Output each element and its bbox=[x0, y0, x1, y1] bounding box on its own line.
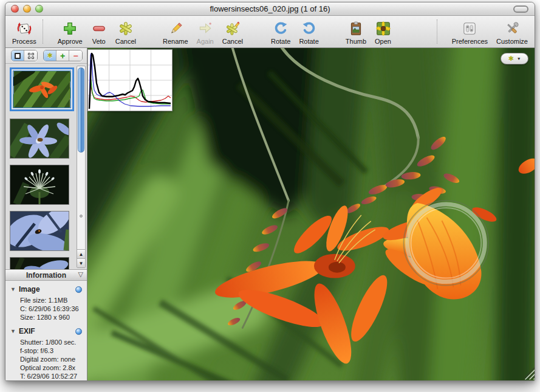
preferences-switches-icon bbox=[462, 19, 477, 38]
cancel-rename-label: Cancel bbox=[222, 38, 243, 46]
tag-cancel-button[interactable]: ✱ bbox=[44, 50, 56, 61]
app-window: flowersinsects06_020.jpg (1 of 16) Proce… bbox=[5, 2, 535, 381]
preferences-button[interactable]: Preferences bbox=[448, 17, 492, 47]
blue-orb-icon[interactable] bbox=[75, 286, 82, 293]
cancel-tag-label: Cancel bbox=[115, 38, 136, 46]
toolbar-spacer bbox=[395, 17, 435, 47]
cancel-rename-asterisk-icon bbox=[225, 19, 241, 38]
rename-pencil-icon bbox=[168, 19, 183, 38]
plus-icon: + bbox=[60, 52, 65, 60]
open-button[interactable]: Open bbox=[371, 17, 395, 47]
thumbnail-blue-agapanthus-bee[interactable] bbox=[10, 119, 69, 159]
thumbnail-agapanthus-bud-spike[interactable] bbox=[10, 165, 69, 205]
created-date-row: C: 6/29/06 16:39:36 bbox=[20, 304, 82, 313]
scroll-up-button[interactable]: ▲ bbox=[77, 249, 85, 258]
blue-orb-icon[interactable] bbox=[75, 328, 82, 335]
scroll-down-button[interactable]: ▼ bbox=[77, 258, 85, 267]
scrollbar-thumb[interactable] bbox=[78, 67, 84, 153]
minus-icon: − bbox=[73, 52, 78, 60]
image-section-title: Image bbox=[19, 285, 40, 294]
veto-minus-icon bbox=[91, 19, 107, 38]
cancel-tag-button[interactable]: Cancel bbox=[111, 17, 140, 47]
window-title: flowersinsects06_020.jpg (1 of 16) bbox=[5, 4, 535, 13]
rotate-counterclockwise-icon bbox=[301, 19, 317, 38]
view-mode-control bbox=[11, 50, 38, 61]
cancel-asterisk-icon bbox=[118, 19, 134, 38]
sidebar-controls: ✱ + − bbox=[5, 48, 87, 64]
toolbar-toggle-button[interactable] bbox=[513, 5, 528, 13]
cancel-rename-button[interactable]: Cancel bbox=[218, 17, 247, 47]
tag-filter-control: ✱ + − bbox=[43, 50, 83, 61]
optical-zoom-row: Optical zoom: 2.8x bbox=[20, 363, 82, 372]
veto-button[interactable]: Veto bbox=[87, 17, 111, 47]
exif-section-header[interactable]: ▼ EXIF bbox=[10, 327, 82, 335]
toolbar-separator bbox=[437, 19, 437, 44]
taken-date-row: T: 6/29/06 10:52:27 bbox=[20, 372, 82, 380]
rotate-ccw-button[interactable]: Rotate bbox=[295, 17, 323, 47]
approve-button[interactable]: Approve bbox=[53, 17, 87, 47]
tag-approve-button[interactable]: + bbox=[56, 50, 69, 61]
titlebar[interactable]: flowersinsects06_020.jpg (1 of 16) bbox=[5, 2, 535, 16]
single-view-button[interactable] bbox=[12, 50, 24, 61]
again-arrow-icon bbox=[197, 19, 213, 38]
tag-veto-button[interactable]: − bbox=[69, 50, 82, 61]
information-panel: Information ▽ ▼ Image File size: 1.1MB C… bbox=[5, 269, 87, 380]
collapse-triangle-icon[interactable]: ▽ bbox=[78, 270, 83, 278]
thumbnail-list: ▲ ▼ bbox=[5, 64, 87, 269]
toolbar-separator bbox=[43, 19, 43, 44]
toolbar: Process Approve Veto bbox=[5, 16, 535, 48]
scrollbar-dot bbox=[80, 215, 83, 218]
disclosure-triangle-icon[interactable]: ▼ bbox=[10, 286, 16, 292]
image-section-rows: File size: 1.1MB C: 6/29/06 16:39:36 Siz… bbox=[10, 294, 82, 322]
disclosure-triangle-icon[interactable]: ▼ bbox=[10, 328, 16, 334]
rotate-cw-label: Rotate bbox=[271, 38, 290, 46]
veto-label: Veto bbox=[92, 38, 106, 46]
information-header[interactable]: Information ▽ bbox=[5, 270, 87, 281]
file-size-row: File size: 1.1MB bbox=[20, 296, 82, 304]
thumbnail-blue-agapanthus-fly[interactable] bbox=[10, 211, 69, 251]
tag-dropdown-button[interactable]: ✱ ▼ bbox=[501, 53, 528, 64]
shutter-row: Shutter: 1/800 sec. bbox=[20, 338, 82, 346]
again-button[interactable]: Again bbox=[193, 17, 218, 47]
approve-label: Approve bbox=[58, 38, 83, 46]
rotate-clockwise-icon bbox=[273, 19, 289, 38]
grid-view-button[interactable] bbox=[24, 50, 37, 61]
digital-zoom-row: Digital zoom: none bbox=[20, 355, 82, 363]
approve-plus-icon bbox=[62, 19, 78, 38]
thumbnail-scrollbar[interactable]: ▲ ▼ bbox=[77, 66, 86, 268]
exif-section-rows: Shutter: 1/800 sec. f-stop: f/6.3 Digita… bbox=[10, 335, 82, 380]
thumb-clipboard-icon bbox=[348, 19, 364, 38]
customize-button[interactable]: Customize bbox=[492, 17, 532, 47]
sidebar: ✱ + − bbox=[5, 48, 87, 380]
rotate-cw-button[interactable]: Rotate bbox=[267, 17, 295, 47]
asterisk-icon: ✱ bbox=[508, 55, 513, 63]
single-view-icon bbox=[15, 53, 21, 59]
rotate-ccw-label: Rotate bbox=[299, 38, 318, 46]
preview-area: ✱ ▼ bbox=[87, 48, 535, 380]
rename-label: Rename bbox=[163, 38, 188, 46]
process-button[interactable]: Process bbox=[8, 17, 41, 47]
grid-view-icon bbox=[28, 53, 34, 59]
dimensions-row: Size: 1280 x 960 bbox=[20, 313, 82, 322]
open-label: Open bbox=[375, 38, 391, 46]
customize-label: Customize bbox=[496, 38, 528, 46]
thumbnail-orange-crocosmia[interactable] bbox=[10, 67, 74, 111]
rename-button[interactable]: Rename bbox=[159, 17, 193, 47]
preferences-label: Preferences bbox=[452, 38, 488, 46]
content-area: ✱ + − bbox=[5, 48, 535, 380]
open-sunflower-icon bbox=[375, 19, 391, 38]
image-section-header[interactable]: ▼ Image bbox=[10, 285, 82, 294]
thumb-label: Thumb bbox=[346, 38, 366, 46]
exif-section-title: EXIF bbox=[19, 327, 35, 335]
customize-tools-icon bbox=[504, 19, 520, 38]
asterisk-icon: ✱ bbox=[47, 52, 52, 59]
again-label: Again bbox=[197, 38, 214, 46]
thumb-button[interactable]: Thumb bbox=[341, 17, 371, 47]
histogram-panel bbox=[87, 49, 173, 111]
thumbnail-blue-agapanthus-partial[interactable] bbox=[10, 257, 69, 269]
screenshot-page: flowersinsects06_020.jpg (1 of 16) Proce… bbox=[0, 0, 540, 392]
process-label: Process bbox=[12, 38, 36, 46]
process-dice-icon bbox=[16, 19, 32, 38]
information-title: Information bbox=[26, 271, 66, 280]
chevron-down-icon: ▼ bbox=[517, 57, 521, 61]
